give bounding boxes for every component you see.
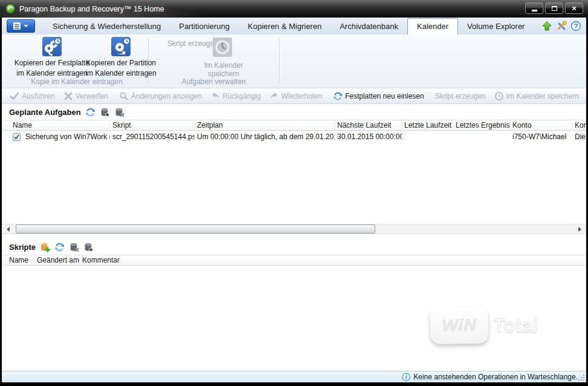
redo-icon: [270, 91, 279, 101]
button-label: Skript erzeugen: [435, 92, 486, 100]
column-header-letzte-laufzeit[interactable]: Letzte Laufzeit: [402, 120, 453, 130]
column-header-letztes-ergebnis[interactable]: Letztes Ergebnis: [453, 120, 510, 130]
main-menu-button[interactable]: [7, 19, 35, 33]
task-next-run: 30.01.2015 00:00:00: [335, 132, 402, 141]
task-schedule: Um 00:00:00 Uhr täglich, ab dem 29.01.20…: [195, 132, 335, 141]
button-label: Verwerfen: [76, 92, 108, 100]
button-label: Änderungen anzeigen: [131, 92, 202, 100]
menu-icon: [13, 22, 21, 30]
maximize-icon: [552, 6, 557, 11]
ribbon-generate-script-button[interactable]: Skript erzeugen: [167, 39, 218, 48]
table-row[interactable]: Sicherung von Win7Work (C:) scr_29011520…: [2, 131, 586, 143]
help-icon[interactable]: ?: [570, 21, 581, 31]
clock-icon: [212, 37, 233, 57]
button-label: Im Kalender speichern: [506, 92, 579, 100]
tasks-table-body: Sicherung von Win7Work (C:) scr_29011520…: [2, 131, 586, 224]
tab-kopieren[interactable]: Kopieren & Migrieren: [239, 19, 331, 34]
redo-button[interactable]: Wiederholen: [265, 90, 326, 103]
tasks-panel-title: Geplante Aufgaben: [9, 108, 81, 117]
status-bar: i Keine anstehenden Operationen in Warte…: [2, 371, 586, 382]
undo-button[interactable]: Rückgängig: [206, 90, 265, 103]
refresh-scripts-icon[interactable]: [54, 242, 65, 252]
scripts-panel-title: Skripte: [9, 243, 36, 252]
column-header-geaendert-am[interactable]: Geändert am: [34, 255, 80, 265]
ribbon: Kopieren der Festplatte im Kalender eint…: [2, 34, 586, 88]
button-label: Festplatten neu einlesen: [345, 92, 424, 100]
edit-task-icon[interactable]: [100, 107, 110, 117]
tab-sicherung[interactable]: Sicherung & Wiederherstellung: [44, 19, 170, 34]
chevron-down-icon: [24, 25, 28, 27]
column-header-zeitplan[interactable]: Zeitplan: [195, 120, 335, 130]
minimize-icon: [532, 10, 537, 11]
column-header-konto[interactable]: Konto: [510, 120, 572, 130]
tab-kalender[interactable]: Kalender: [407, 18, 458, 34]
undo-icon: [210, 91, 220, 101]
scrollbar-thumb[interactable]: [16, 224, 375, 234]
horizontal-scrollbar[interactable]: [2, 224, 586, 234]
minimize-button[interactable]: [525, 2, 543, 14]
ribbon-group-label: Aufgaben verwalten: [148, 77, 279, 86]
resize-grip[interactable]: [578, 374, 586, 382]
column-header-skript[interactable]: Skript: [110, 120, 195, 130]
rescan-disks-button[interactable]: Festplatten neu einlesen: [329, 90, 428, 103]
arrow-right-icon: [578, 227, 581, 232]
column-header-name[interactable]: Name: [7, 120, 110, 130]
discard-button[interactable]: Verwerfen: [59, 90, 112, 103]
window-title: Paragon Backup and Recovery™ 15 Home: [19, 5, 164, 13]
tab-archivdatenbank[interactable]: Archivdatenbank: [331, 19, 407, 34]
button-label: im Kalender eintragen: [85, 69, 156, 77]
task-name: Sicherung von Win7Work (C:): [25, 132, 110, 141]
tab-partitionierung[interactable]: Partitionierung: [170, 19, 239, 34]
delete-task-icon[interactable]: [114, 107, 124, 117]
column-header-name[interactable]: Name: [7, 255, 34, 265]
ribbon-separator: [279, 38, 280, 83]
home-icon[interactable]: [541, 21, 552, 31]
tasks-table-header: Name Skript Zeitplan Nächste Laufzeit Le…: [2, 120, 586, 131]
check-icon: [13, 134, 20, 140]
window-controls: ×: [525, 2, 583, 14]
spacer: [2, 234, 586, 239]
paragon-window: { "window": { "title": "Paragon Backup a…: [0, 0, 588, 386]
info-icon: i: [402, 373, 410, 381]
show-changes-button[interactable]: Änderungen anzeigen: [115, 90, 206, 103]
close-button[interactable]: ×: [565, 2, 583, 14]
ribbon-group-tasks: Skript erzeugen Im Kalender speichern Au…: [148, 34, 279, 88]
refresh-icon: [333, 91, 343, 101]
tasks-panel-header: Geplante Aufgaben: [2, 104, 586, 120]
column-header-naechste-laufzeit[interactable]: Nächste Laufzeit: [335, 120, 402, 130]
scroll-right-button[interactable]: [575, 224, 585, 234]
settings-tools-icon[interactable]: [556, 21, 567, 31]
title-bar: Paragon Backup and Recovery™ 15 Home ×: [0, 0, 588, 18]
button-label: speichern: [181, 70, 266, 78]
delete-script-icon[interactable]: [69, 242, 79, 252]
save-to-calendar-button[interactable]: Im Kalender speichern: [490, 90, 583, 103]
edit-script-icon[interactable]: [83, 242, 94, 252]
button-label: Rückgängig: [222, 92, 260, 100]
task-account: i750-W7\Michael: [510, 132, 572, 141]
refresh-tasks-icon[interactable]: [85, 107, 95, 117]
ribbon-save-calendar-button[interactable]: [212, 37, 233, 57]
ribbon-group-copy: Kopieren der Festplatte im Kalender eint…: [5, 34, 148, 88]
main-tab-bar: Sicherung & Wiederherstellung Partitioni…: [2, 18, 586, 34]
add-script-icon[interactable]: [40, 242, 50, 252]
arrow-left-icon: [7, 227, 10, 232]
run-button[interactable]: Ausführen: [5, 90, 59, 103]
button-label: Wiederholen: [282, 92, 322, 100]
task-comment: Die: [572, 132, 586, 141]
scroll-left-button[interactable]: [3, 224, 13, 234]
copy-partition-icon: [111, 36, 131, 57]
ribbon-group-label: Kopie im Kalender eintragen: [5, 77, 148, 86]
express-mode-button[interactable]: Express-Modus: [584, 90, 586, 103]
column-header-kommentar[interactable]: Kommentar: [80, 255, 586, 265]
generate-script-button[interactable]: Skript erzeugen: [431, 90, 490, 103]
action-toolbar: Ausführen Verwerfen Änderungen anzeigen …: [2, 88, 586, 104]
close-icon: ×: [572, 4, 577, 12]
svg-text:?: ?: [574, 22, 578, 30]
tab-volume-explorer[interactable]: Volume Explorer: [458, 19, 534, 34]
button-label: Kopieren der Partition: [86, 59, 156, 67]
maximize-button[interactable]: [545, 2, 563, 14]
task-checkbox[interactable]: [13, 133, 21, 141]
column-header-kommentar[interactable]: Kommentar: [572, 120, 586, 130]
x-icon: [63, 91, 73, 101]
button-label: Ausführen: [22, 92, 55, 100]
